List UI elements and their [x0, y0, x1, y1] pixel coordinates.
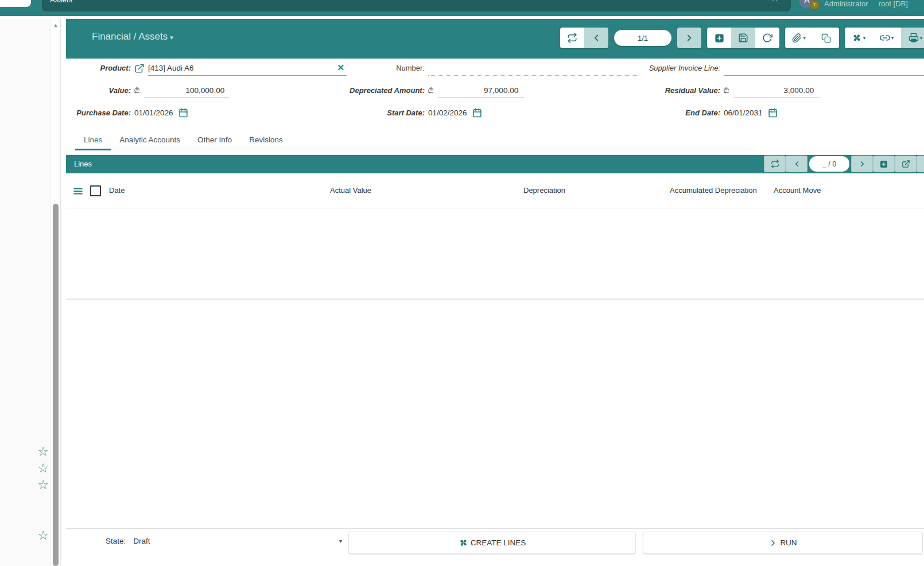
chevron-right-icon	[768, 538, 778, 548]
product-value[interactable]: [413] Audi A6	[148, 64, 194, 72]
lines-add-button[interactable]	[873, 156, 894, 172]
lines-next-button[interactable]	[852, 156, 872, 172]
switch-view-icon	[567, 33, 577, 43]
residual-value-label: Residual Value:	[649, 86, 720, 95]
action-fan-icon	[459, 538, 468, 548]
value-field[interactable]: ₾ 100,000.00	[131, 83, 349, 98]
relate-button[interactable]: ▾	[872, 28, 901, 48]
end-date-field[interactable]: 06/01/2031	[720, 108, 924, 118]
purchase-date-field[interactable]: 01/01/2026	[131, 108, 349, 118]
residual-value-amount: 3,000.00	[733, 86, 814, 95]
select-all-checkbox[interactable]	[90, 185, 101, 196]
print-button[interactable]: ▾	[901, 28, 924, 48]
app-window: Assets ✕ A T Administrator root [DB] ☆ ☆…	[0, 0, 924, 566]
number-label: Number:	[349, 64, 425, 72]
start-date-label: Start Date:	[349, 108, 425, 117]
column-header-accumulated-depreciation[interactable]: Accumulated Depreciation	[670, 186, 757, 195]
lines-previous-button[interactable]	[786, 156, 807, 172]
refresh-button[interactable]	[755, 28, 779, 48]
chevron-right-icon	[684, 33, 694, 43]
state-selector[interactable]: State: Draft ▾	[106, 537, 342, 545]
user-context: root [DB]	[879, 0, 908, 8]
start-date-value[interactable]: 01/02/2026	[428, 108, 467, 117]
create-lines-button[interactable]: CREATE LINES	[348, 532, 636, 554]
form-header: Financial / Assets▾ 1/1	[66, 19, 924, 59]
favorite-star-icon[interactable]: ☆	[36, 529, 50, 542]
run-button[interactable]: RUN	[643, 532, 923, 554]
purchase-date-label: Purchase Date:	[66, 108, 131, 117]
lines-pager[interactable]: _ / 0	[809, 156, 849, 172]
page-title[interactable]: Financial / Assets▾	[92, 31, 173, 42]
save-button[interactable]	[731, 28, 755, 48]
lines-pager-value: _ / 0	[822, 160, 836, 168]
value-input[interactable]: 100,000.00	[144, 83, 230, 98]
column-header-account-move[interactable]: Account Move	[774, 186, 821, 195]
user-name: Administrator	[824, 0, 868, 8]
calendar-icon[interactable]	[768, 108, 778, 118]
sidebar-scrollbar[interactable]: ▲	[51, 19, 60, 566]
favorite-star-icon[interactable]: ☆	[36, 445, 50, 459]
end-date-value[interactable]: 06/01/2031	[724, 108, 763, 117]
column-header-actual-value[interactable]: Actual Value	[330, 186, 371, 195]
currency-lari-icon: ₾	[724, 87, 729, 95]
scroll-up-arrow-icon[interactable]: ▲	[51, 22, 60, 28]
product-label: Product:	[66, 64, 131, 72]
chevron-down-icon: ▾	[339, 538, 342, 544]
state-value: Draft	[133, 537, 339, 545]
tab-other-info[interactable]: Other Info	[189, 131, 240, 150]
purchase-date-value[interactable]: 01/01/2026	[134, 108, 173, 117]
favorite-star-icon[interactable]: ☆	[36, 462, 50, 475]
previous-record-button[interactable]	[584, 28, 608, 48]
user-menu[interactable]: A T Administrator root [DB]	[799, 0, 908, 8]
action-fan-icon	[852, 33, 862, 43]
next-record-button[interactable]	[677, 28, 701, 48]
calendar-icon[interactable]	[178, 108, 188, 118]
lines-panel-header: Lines _ / 0	[66, 155, 924, 173]
sidebar: ☆ ☆ ☆ ☆ ▲	[0, 19, 61, 566]
avatar-badge: T	[810, 0, 820, 10]
switch-view-button[interactable]	[560, 28, 584, 48]
depreciated-amount-input[interactable]: 97,000.00	[438, 83, 524, 98]
actions-button[interactable]: ▾	[845, 28, 872, 48]
chevron-down-icon: ▾	[803, 35, 806, 41]
tab-revisions[interactable]: Revisions	[240, 131, 292, 150]
residual-value-input[interactable]: 3,000.00	[733, 83, 820, 98]
new-record-button[interactable]	[707, 28, 731, 48]
supplier-invoice-line-field[interactable]	[720, 60, 924, 76]
duplicate-button[interactable]	[813, 28, 839, 48]
window-tab-stub[interactable]	[0, 0, 31, 7]
open-record-icon[interactable]	[134, 63, 145, 73]
depreciated-amount-value: 97,000.00	[438, 86, 518, 95]
footer-bar: State: Draft ▾ CREATE LINES RUN	[66, 528, 924, 566]
lines-panel-title: Lines	[74, 160, 92, 168]
tab-assets[interactable]: Assets ✕	[42, 0, 791, 11]
column-header-depreciation[interactable]: Depreciation	[523, 186, 565, 195]
scrollbar-thumb[interactable]	[53, 204, 59, 566]
lines-switch-view-button[interactable]	[764, 156, 785, 172]
chevron-left-icon	[793, 160, 801, 168]
attachments-button[interactable]: ▾	[785, 28, 813, 48]
product-field[interactable]: [413] Audi A6 ✕	[131, 60, 349, 76]
main-panel: Financial / Assets▾ 1/1	[66, 19, 924, 566]
lines-delete-button[interactable]	[917, 156, 924, 172]
tab-lines[interactable]: Lines	[75, 131, 111, 150]
tab-assets-label: Assets	[50, 0, 72, 4]
tab-analytic-accounts[interactable]: Analytic Accounts	[111, 131, 189, 150]
currency-lari-icon: ₾	[134, 87, 139, 95]
refresh-icon	[762, 33, 772, 43]
menu-icon[interactable]	[73, 187, 83, 196]
clear-icon[interactable]: ✕	[337, 63, 344, 73]
residual-value-field[interactable]: ₾ 3,000.00	[720, 83, 924, 98]
start-date-field[interactable]: 01/02/2026	[425, 108, 649, 118]
column-header-date[interactable]: Date	[109, 186, 125, 195]
lines-open-button[interactable]	[895, 156, 916, 172]
calendar-icon[interactable]	[472, 108, 482, 118]
run-label: RUN	[780, 538, 797, 547]
avatar[interactable]: A T	[799, 0, 815, 8]
number-field	[425, 60, 649, 76]
favorite-star-icon[interactable]: ☆	[36, 478, 50, 492]
close-icon[interactable]: ✕	[771, 0, 778, 3]
depreciated-amount-field[interactable]: ₾ 97,000.00	[425, 83, 649, 98]
record-pager[interactable]: 1/1	[614, 30, 671, 46]
create-lines-label: CREATE LINES	[471, 538, 526, 547]
